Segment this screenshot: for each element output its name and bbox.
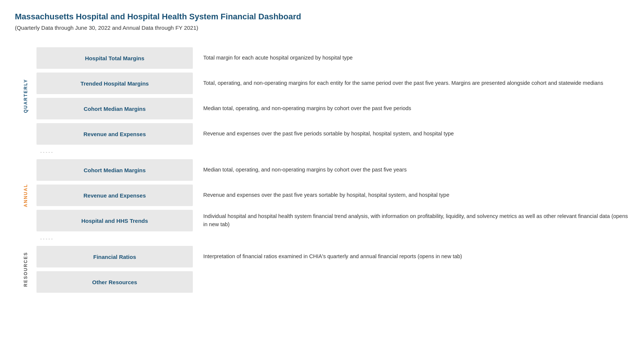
divider-area-2: ----- xyxy=(15,236,629,241)
cohort-median-margins-q-label: Cohort Median Margins xyxy=(84,106,146,112)
financial-ratios-row: Financial Ratios Interpretation of finan… xyxy=(36,245,629,268)
quarterly-rows: Hospital Total Margins Total margin for … xyxy=(36,44,629,148)
revenue-expenses-a-desc: Revenue and expenses over the past five … xyxy=(203,190,629,201)
hospital-total-margins-label: Hospital Total Margins xyxy=(85,55,144,61)
revenue-expenses-q-box[interactable]: Revenue and Expenses xyxy=(36,123,193,145)
hospital-total-margins-row: Hospital Total Margins Total margin for … xyxy=(36,46,629,70)
financial-ratios-box[interactable]: Financial Ratios xyxy=(36,246,193,267)
trended-hospital-margins-label: Trended Hospital Margins xyxy=(80,80,149,87)
revenue-expenses-a-row: Revenue and Expenses Revenue and expense… xyxy=(36,184,629,207)
cohort-median-margins-a-desc: Median total, operating, and non-operati… xyxy=(203,164,629,176)
resources-label-col: RESOURCES xyxy=(15,243,36,296)
annual-rows: Cohort Median Margins Median total, oper… xyxy=(36,156,629,234)
revenue-expenses-q-desc: Revenue and expenses over the past five … xyxy=(203,128,629,139)
hospital-hhs-trends-box[interactable]: Hospital and HHS Trends xyxy=(36,210,193,231)
divider-dashes-2: ----- xyxy=(40,236,54,241)
quarterly-label: QUARTERLY xyxy=(23,79,28,113)
other-resources-label: Other Resources xyxy=(92,279,137,285)
trended-hospital-margins-row: Trended Hospital Margins Total, operatin… xyxy=(36,72,629,95)
cohort-median-margins-q-box[interactable]: Cohort Median Margins xyxy=(36,98,193,119)
trended-hospital-margins-box[interactable]: Trended Hospital Margins xyxy=(36,73,193,94)
divider-area: ----- xyxy=(15,149,629,155)
resources-section: RESOURCES Financial Ratios Interpretatio… xyxy=(15,243,629,296)
dashboard-grid: QUARTERLY Hospital Total Margins Total m… xyxy=(15,44,629,296)
hospital-hhs-trends-row: Hospital and HHS Trends Individual hospi… xyxy=(36,209,629,232)
hospital-total-margins-box[interactable]: Hospital Total Margins xyxy=(36,47,193,69)
quarterly-section: QUARTERLY Hospital Total Margins Total m… xyxy=(15,44,629,148)
hospital-hhs-trends-desc: Individual hospital and hospital health … xyxy=(203,211,629,230)
annual-section: ANNUAL Cohort Median Margins Median tota… xyxy=(15,156,629,234)
annual-label-col: ANNUAL xyxy=(15,156,36,234)
financial-ratios-desc: Interpretation of financial ratios exami… xyxy=(203,251,629,262)
divider-dashes: ----- xyxy=(40,149,54,155)
other-resources-row: Other Resources xyxy=(36,270,629,294)
revenue-expenses-q-label: Revenue and Expenses xyxy=(83,131,146,137)
cohort-median-margins-a-row: Cohort Median Margins Median total, oper… xyxy=(36,158,629,182)
revenue-expenses-a-box[interactable]: Revenue and Expenses xyxy=(36,185,193,206)
hospital-hhs-trends-label: Hospital and HHS Trends xyxy=(81,218,148,224)
revenue-expenses-a-label: Revenue and Expenses xyxy=(83,192,146,199)
cohort-median-margins-a-label: Cohort Median Margins xyxy=(84,167,146,173)
quarterly-label-col: QUARTERLY xyxy=(15,44,36,148)
page-subtitle: (Quarterly Data through June 30, 2022 an… xyxy=(15,25,629,31)
hospital-total-margins-desc: Total margin for each acute hospital org… xyxy=(203,52,629,64)
page-title: Massachusetts Hospital and Hospital Heal… xyxy=(15,12,629,22)
cohort-median-margins-a-box[interactable]: Cohort Median Margins xyxy=(36,159,193,181)
cohort-median-margins-q-desc: Median total, operating, and non-operati… xyxy=(203,103,629,114)
annual-label: ANNUAL xyxy=(23,184,28,207)
other-resources-box[interactable]: Other Resources xyxy=(36,271,193,293)
resources-rows: Financial Ratios Interpretation of finan… xyxy=(36,243,629,296)
cohort-median-margins-q-row: Cohort Median Margins Median total, oper… xyxy=(36,97,629,120)
trended-hospital-margins-desc: Total, operating, and non-operating marg… xyxy=(203,78,629,89)
revenue-expenses-q-row: Revenue and Expenses Revenue and expense… xyxy=(36,122,629,145)
other-resources-desc xyxy=(203,280,629,283)
financial-ratios-label: Financial Ratios xyxy=(93,254,136,260)
resources-label: RESOURCES xyxy=(23,252,28,287)
